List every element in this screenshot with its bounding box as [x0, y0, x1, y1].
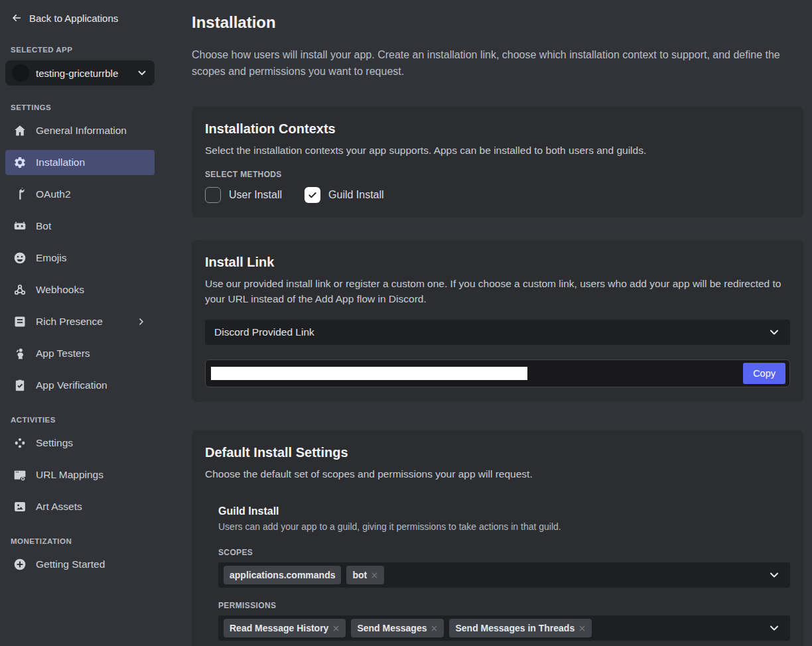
scope-tag-label: bot: [352, 570, 367, 580]
page-description: Choose how users will install your app. …: [192, 47, 789, 80]
link-type-selected-value: Discord Provided Link: [214, 326, 768, 338]
back-label: Back to Applications: [29, 13, 118, 24]
install-link-title: Install Link: [205, 255, 790, 270]
install-link-value-redacted: [211, 367, 527, 380]
sidebar-item-label: OAuth2: [36, 188, 147, 200]
home-icon: [13, 124, 27, 137]
app-avatar: [12, 64, 29, 82]
guild-install-label: Guild Install: [328, 189, 384, 201]
permission-tag-label: Send Messages: [357, 623, 427, 633]
scopes-select[interactable]: applications.commands bot: [218, 562, 790, 588]
remove-tag-icon[interactable]: [371, 572, 378, 579]
permissions-select[interactable]: Read Message History Send Messages Send …: [218, 615, 790, 641]
install-link-description: Use our provided install link or registe…: [205, 277, 790, 306]
guild-install-subsection-description: Users can add your app to a guild, givin…: [218, 521, 790, 532]
smiley-icon: [13, 251, 27, 265]
selected-app-name: testing-griceturrble: [36, 68, 129, 79]
selected-app-heading: SELECTED APP: [11, 46, 155, 54]
scope-tag: bot: [346, 566, 384, 584]
guild-install-subsection: Guild Install Users can add your app to …: [218, 505, 790, 641]
installation-contexts-title: Installation Contexts: [205, 121, 790, 137]
guild-install-option[interactable]: Guild Install: [304, 187, 384, 203]
chevron-right-icon: [136, 316, 147, 327]
chevron-down-icon: [136, 67, 148, 79]
sidebar-item-label: URL Mappings: [36, 469, 147, 481]
sidebar-item-general-information[interactable]: General Information: [5, 118, 155, 143]
sidebar-item-rich-presence[interactable]: Rich Presence: [5, 309, 155, 334]
sidebar-item-webhooks[interactable]: Webhooks: [5, 277, 155, 302]
sidebar-item-label: App Verification: [36, 379, 147, 391]
sidebar-item-label: Rich Presence: [36, 316, 127, 328]
browser-link-icon: [13, 468, 27, 482]
monetization-section-heading: MONETIZATION: [11, 537, 155, 545]
wrench-icon: [13, 188, 27, 201]
activities-section-heading: ACTIVITIES: [11, 416, 155, 424]
app-selector-dropdown[interactable]: testing-griceturrble: [5, 60, 155, 86]
permission-tag: Read Message History: [224, 619, 346, 637]
default-install-settings-title: Default Install Settings: [205, 445, 790, 460]
permission-tag: Send Messages in Threads: [449, 619, 592, 637]
installation-contexts-card: Installation Contexts Select the install…: [192, 107, 803, 218]
gear-icon: [13, 156, 27, 169]
permission-tag: Send Messages: [351, 619, 444, 637]
install-link-field: Copy: [205, 359, 790, 387]
sidebar-item-art-assets[interactable]: Art Assets: [5, 494, 155, 519]
remove-tag-icon[interactable]: [332, 625, 340, 632]
sidebar-item-activities-settings[interactable]: Settings: [5, 430, 155, 456]
default-install-settings-description: Choose the default set of scopes and per…: [205, 467, 790, 482]
permission-tag-label: Read Message History: [230, 623, 328, 633]
document-icon: [13, 315, 27, 328]
chevron-down-icon: [768, 326, 781, 339]
sidebar-item-url-mappings[interactable]: URL Mappings: [5, 462, 155, 487]
sidebar-item-label: App Testers: [36, 348, 147, 359]
sidebar-item-label: Installation: [36, 157, 147, 168]
scope-tag: applications.commands: [224, 566, 341, 584]
sidebar-item-bot[interactable]: Bot: [5, 214, 155, 239]
sidebar-item-emojis[interactable]: Emojis: [5, 245, 155, 271]
back-to-applications-link[interactable]: Back to Applications: [5, 9, 155, 27]
link-type-select[interactable]: Discord Provided Link: [205, 320, 790, 345]
user-install-option[interactable]: User Install: [205, 187, 282, 203]
user-install-checkbox[interactable]: [205, 187, 221, 203]
permission-tag-label: Send Messages in Threads: [455, 623, 575, 633]
guild-install-checkbox[interactable]: [304, 187, 320, 203]
permissions-label: PERMISSIONS: [218, 601, 790, 610]
sidebar-item-label: Getting Started: [36, 558, 147, 570]
sidebar-item-app-testers[interactable]: App Testers: [5, 341, 155, 366]
activity-shapes-icon: [13, 436, 27, 450]
copy-button[interactable]: Copy: [743, 363, 785, 385]
default-install-settings-card: Default Install Settings Choose the defa…: [192, 430, 803, 646]
sidebar: Back to Applications SELECTED APP testin…: [0, 0, 160, 646]
install-link-card: Install Link Use our provided install li…: [192, 240, 803, 402]
installation-contexts-description: Select the installation contexts your ap…: [205, 143, 790, 158]
clipboard-check-icon: [13, 379, 27, 392]
sidebar-item-label: Webhooks: [36, 284, 147, 296]
sidebar-item-label: Settings: [36, 437, 147, 449]
user-install-label: User Install: [229, 189, 282, 201]
chevron-down-icon: [768, 568, 781, 582]
sidebar-item-label: Bot: [36, 220, 147, 232]
image-icon: [13, 500, 27, 513]
scope-tag-label: applications.commands: [230, 570, 335, 580]
webhook-icon: [13, 283, 27, 296]
remove-tag-icon[interactable]: [578, 625, 586, 632]
sidebar-item-getting-started[interactable]: Getting Started: [5, 552, 155, 577]
install-methods-row: User Install Guild Install: [205, 187, 790, 203]
scopes-label: SCOPES: [218, 548, 790, 557]
select-methods-label: SELECT METHODS: [205, 170, 790, 179]
plus-circle-icon: [13, 558, 27, 571]
settings-section-heading: SETTINGS: [11, 103, 155, 111]
page-title: Installation: [192, 13, 803, 32]
sidebar-item-oauth2[interactable]: OAuth2: [5, 182, 155, 207]
check-icon: [307, 190, 318, 200]
sidebar-item-app-verification[interactable]: App Verification: [5, 373, 155, 398]
robot-icon: [13, 220, 27, 233]
main-content: Installation Choose how users will insta…: [160, 0, 812, 646]
remove-tag-icon[interactable]: [431, 625, 438, 632]
back-arrow-icon: [11, 12, 23, 24]
sidebar-item-label: Emojis: [36, 252, 147, 264]
person-wave-icon: [13, 347, 27, 360]
sidebar-item-installation[interactable]: Installation: [5, 150, 155, 175]
guild-install-subsection-title: Guild Install: [218, 505, 790, 517]
sidebar-item-label: General Information: [36, 125, 147, 137]
